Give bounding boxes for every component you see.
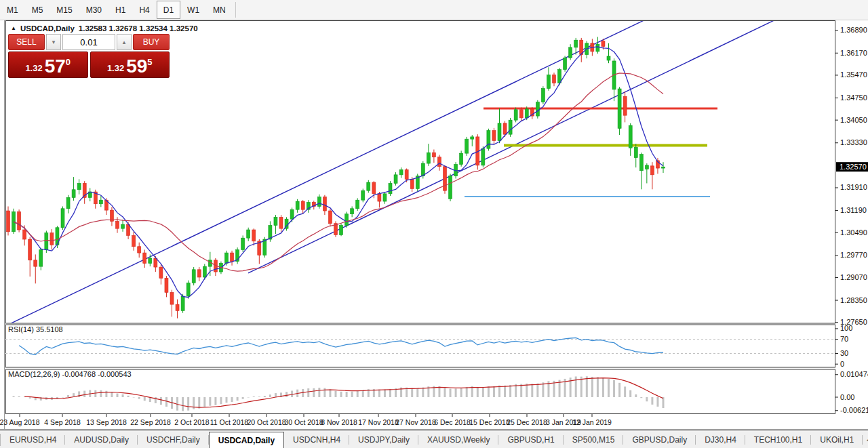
macd-histogram-bar [416,388,418,397]
candle-body [50,233,54,245]
timeframe-button-m15[interactable]: M15 [50,1,79,19]
svg-text:13 Sep 2018: 13 Sep 2018 [86,418,127,426]
buy-price-box[interactable]: 1.32 59 5 [90,52,170,78]
buy-price-pip: 5 [147,57,152,67]
candle-body [225,253,229,263]
macd-histogram-bar [624,386,626,397]
candle-body [121,224,125,228]
price-axis[interactable]: 1.368901.361701.354701.347501.340501.333… [835,26,868,326]
timeframe-button-h4[interactable]: H4 [132,1,156,19]
rsi-panel-frame[interactable] [6,325,835,367]
macd-histogram-bar [384,390,386,397]
timeframe-button-h1[interactable]: H1 [108,1,132,19]
candle-body [132,235,136,246]
sell-price-box[interactable]: 1.32 57 0 [8,52,88,78]
lot-decrease-button[interactable]: ▾ [46,34,61,50]
candle-body [399,169,403,174]
candle-body [639,155,643,171]
chart-tab-audusd-daily[interactable]: AUDUSD,Daily [65,431,138,448]
svg-text:30: 30 [840,349,848,357]
chart-tab-gbpusd-h1[interactable]: GBPUSD,H1 [498,431,563,448]
timeframe-button-m5[interactable]: M5 [25,1,50,19]
candle-body [279,217,283,228]
svg-text:25 Dec 2018: 25 Dec 2018 [507,418,547,426]
lot-increase-button[interactable]: ▴ [117,34,132,50]
chart-tab-tech100-h1[interactable]: TECH100,H1 [745,431,811,448]
svg-text:22 Sep 2018: 22 Sep 2018 [130,418,171,426]
chart-tab-usdcad-daily[interactable]: USDCAD,Daily [209,432,284,448]
macd-histogram-bar [13,396,15,397]
candle-body [460,153,463,164]
macd-histogram-bar [586,376,588,397]
macd-histogram-bar [117,393,119,397]
sell-price-pip: 0 [66,57,71,67]
chart-tab-sp500-m15[interactable]: SP500,M15 [564,431,624,448]
candle-body [149,258,152,263]
tab-scroll-arrows: ◄► [865,431,868,448]
macd-histogram-bar [656,397,658,407]
chart-tab-eurusd-h4[interactable]: EURUSD,H4 [1,431,65,448]
macd-histogram-bar [498,386,500,397]
macd-histogram-bar [542,382,544,397]
macd-histogram-bar [438,386,440,397]
candle-body [623,96,627,115]
macd-histogram-bar [29,397,31,399]
chart-tab-xauusd-weekly[interactable]: XAUUSD,Weekly [418,431,498,448]
chart-ohlc-values: 1.32583 1.32678 1.32534 1.32570 [79,24,198,33]
candle-body [176,304,179,310]
date-axis[interactable]: 23 Aug 20184 Sep 201813 Sep 201822 Sep 2… [0,414,612,426]
timeframe-button-m1[interactable]: M1 [0,1,25,19]
sell-button[interactable]: SELL [8,34,45,50]
macd-histogram-bar [242,397,244,399]
macd-histogram-bar [646,397,648,401]
candle-body [564,58,567,69]
candle-body [231,253,234,262]
tab-scroll-left-icon[interactable]: ◄ [865,436,868,443]
chart-canvas[interactable]: 1.368901.361701.354701.347501.340501.333… [0,20,868,430]
macd-histogram-bar [591,377,593,397]
candle-body [607,56,610,60]
candle-body [263,239,267,255]
candle-body [12,211,16,231]
candle-body [290,209,294,219]
svg-text:1.36890: 1.36890 [840,26,867,34]
macd-histogram-bar [422,388,424,397]
timeframe-button-w1[interactable]: W1 [180,1,206,19]
macd-histogram-bar [613,380,615,397]
svg-text:1.35470: 1.35470 [840,70,867,79]
macd-histogram-bar [618,383,620,397]
collapse-triangle-icon[interactable]: ▲ [11,25,16,31]
chart-tab-dj30-h4[interactable]: DJ30,H4 [696,431,745,448]
svg-text:17 Nov 2018: 17 Nov 2018 [358,418,399,426]
svg-text:4 Sep 2018: 4 Sep 2018 [44,418,81,426]
macd-histogram-bar [122,394,124,397]
timeframe-button-d1[interactable]: D1 [157,1,180,19]
macd-histogram-bar [313,388,315,397]
buy-button[interactable]: BUY [133,34,170,50]
chart-tab-ukoil-h1[interactable]: UKOil,H1 [811,431,863,448]
candle-body [547,75,550,88]
macd-histogram-bar [351,392,353,397]
svg-text:-0.006218: -0.006218 [840,406,868,414]
svg-text:70: 70 [840,335,848,343]
candle-body [427,152,430,163]
chart-tab-usdcnh-h4[interactable]: USDCNH,H4 [284,431,349,448]
macd-histogram-bar [477,387,479,397]
timeframe-button-m30[interactable]: M30 [79,1,108,19]
one-click-trade-panel: SELL ▾ 0.01 ▴ BUY 1.32 57 0 1.32 59 5 [8,34,170,78]
macd-histogram-bar [504,386,506,397]
svg-text:1.30490: 1.30490 [840,228,867,237]
svg-text:1.36170: 1.36170 [840,49,867,57]
chart-tab-usdjpy-daily[interactable]: USDJPY,Daily [349,431,418,448]
chart-tab-usdchf-daily[interactable]: USDCHF,Daily [138,431,209,448]
candle-body [345,214,349,226]
chart-tab-gbpusd-daily[interactable]: GBPUSD,Daily [623,431,696,448]
macd-histogram-bar [209,397,211,406]
lot-size-input[interactable]: 0.01 [62,34,115,50]
macd-histogram-bar [275,393,277,397]
macd-histogram-bar [94,390,96,397]
macd-histogram-bar [269,394,271,397]
timeframe-button-mn[interactable]: MN [206,1,233,19]
chart-tab-bar: EURUSD,H4AUDUSD,DailyUSDCHF,DailyUSDCAD,… [0,430,868,448]
candle-body [138,247,141,253]
